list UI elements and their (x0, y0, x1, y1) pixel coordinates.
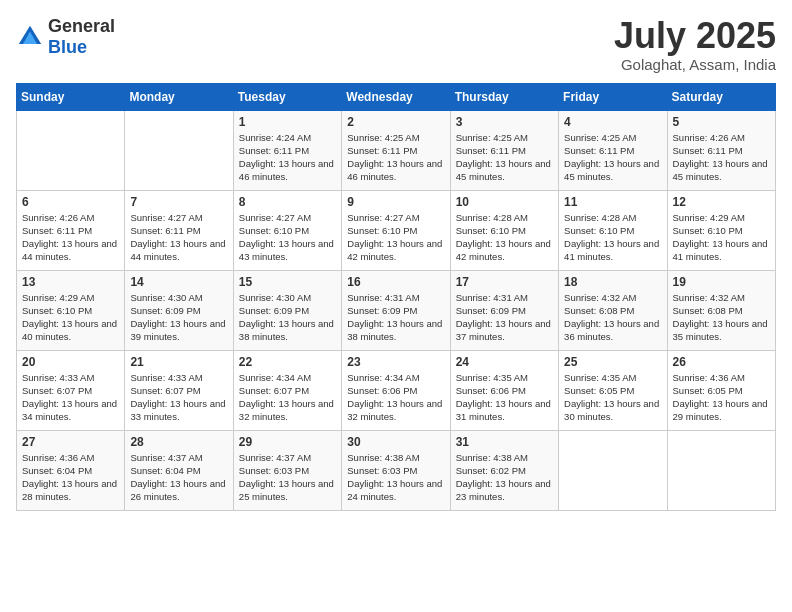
calendar-cell: 25Sunrise: 4:35 AM Sunset: 6:05 PM Dayli… (559, 350, 667, 430)
calendar-cell (559, 430, 667, 510)
calendar-body: 1Sunrise: 4:24 AM Sunset: 6:11 PM Daylig… (17, 110, 776, 510)
calendar-cell: 24Sunrise: 4:35 AM Sunset: 6:06 PM Dayli… (450, 350, 558, 430)
day-info: Sunrise: 4:32 AM Sunset: 6:08 PM Dayligh… (564, 291, 661, 344)
day-info: Sunrise: 4:26 AM Sunset: 6:11 PM Dayligh… (673, 131, 770, 184)
calendar-week-5: 27Sunrise: 4:36 AM Sunset: 6:04 PM Dayli… (17, 430, 776, 510)
day-number: 15 (239, 275, 336, 289)
logo-text-general: General (48, 16, 115, 36)
calendar-cell: 22Sunrise: 4:34 AM Sunset: 6:07 PM Dayli… (233, 350, 341, 430)
day-number: 2 (347, 115, 444, 129)
title-block: July 2025 Golaghat, Assam, India (614, 16, 776, 73)
calendar-cell (667, 430, 775, 510)
calendar-cell: 11Sunrise: 4:28 AM Sunset: 6:10 PM Dayli… (559, 190, 667, 270)
header-friday: Friday (559, 83, 667, 110)
calendar-week-1: 1Sunrise: 4:24 AM Sunset: 6:11 PM Daylig… (17, 110, 776, 190)
day-info: Sunrise: 4:37 AM Sunset: 6:04 PM Dayligh… (130, 451, 227, 504)
day-number: 23 (347, 355, 444, 369)
day-info: Sunrise: 4:38 AM Sunset: 6:03 PM Dayligh… (347, 451, 444, 504)
day-number: 29 (239, 435, 336, 449)
day-info: Sunrise: 4:36 AM Sunset: 6:04 PM Dayligh… (22, 451, 119, 504)
day-number: 24 (456, 355, 553, 369)
day-info: Sunrise: 4:31 AM Sunset: 6:09 PM Dayligh… (456, 291, 553, 344)
calendar-cell: 18Sunrise: 4:32 AM Sunset: 6:08 PM Dayli… (559, 270, 667, 350)
day-info: Sunrise: 4:33 AM Sunset: 6:07 PM Dayligh… (22, 371, 119, 424)
day-number: 21 (130, 355, 227, 369)
day-number: 30 (347, 435, 444, 449)
day-number: 3 (456, 115, 553, 129)
day-number: 10 (456, 195, 553, 209)
day-info: Sunrise: 4:31 AM Sunset: 6:09 PM Dayligh… (347, 291, 444, 344)
calendar-cell: 3Sunrise: 4:25 AM Sunset: 6:11 PM Daylig… (450, 110, 558, 190)
day-number: 27 (22, 435, 119, 449)
day-number: 7 (130, 195, 227, 209)
calendar-cell: 21Sunrise: 4:33 AM Sunset: 6:07 PM Dayli… (125, 350, 233, 430)
day-number: 20 (22, 355, 119, 369)
calendar-cell: 26Sunrise: 4:36 AM Sunset: 6:05 PM Dayli… (667, 350, 775, 430)
day-info: Sunrise: 4:24 AM Sunset: 6:11 PM Dayligh… (239, 131, 336, 184)
day-info: Sunrise: 4:29 AM Sunset: 6:10 PM Dayligh… (673, 211, 770, 264)
day-info: Sunrise: 4:28 AM Sunset: 6:10 PM Dayligh… (456, 211, 553, 264)
day-info: Sunrise: 4:28 AM Sunset: 6:10 PM Dayligh… (564, 211, 661, 264)
day-number: 25 (564, 355, 661, 369)
header-wednesday: Wednesday (342, 83, 450, 110)
day-number: 31 (456, 435, 553, 449)
calendar-cell: 9Sunrise: 4:27 AM Sunset: 6:10 PM Daylig… (342, 190, 450, 270)
calendar-cell: 6Sunrise: 4:26 AM Sunset: 6:11 PM Daylig… (17, 190, 125, 270)
calendar-week-4: 20Sunrise: 4:33 AM Sunset: 6:07 PM Dayli… (17, 350, 776, 430)
day-info: Sunrise: 4:34 AM Sunset: 6:06 PM Dayligh… (347, 371, 444, 424)
calendar-week-2: 6Sunrise: 4:26 AM Sunset: 6:11 PM Daylig… (17, 190, 776, 270)
day-number: 4 (564, 115, 661, 129)
calendar-cell (125, 110, 233, 190)
day-number: 5 (673, 115, 770, 129)
day-info: Sunrise: 4:27 AM Sunset: 6:10 PM Dayligh… (347, 211, 444, 264)
calendar-cell: 28Sunrise: 4:37 AM Sunset: 6:04 PM Dayli… (125, 430, 233, 510)
day-info: Sunrise: 4:25 AM Sunset: 6:11 PM Dayligh… (564, 131, 661, 184)
calendar-cell: 10Sunrise: 4:28 AM Sunset: 6:10 PM Dayli… (450, 190, 558, 270)
day-info: Sunrise: 4:38 AM Sunset: 6:02 PM Dayligh… (456, 451, 553, 504)
calendar-cell: 19Sunrise: 4:32 AM Sunset: 6:08 PM Dayli… (667, 270, 775, 350)
day-info: Sunrise: 4:30 AM Sunset: 6:09 PM Dayligh… (130, 291, 227, 344)
calendar-cell: 20Sunrise: 4:33 AM Sunset: 6:07 PM Dayli… (17, 350, 125, 430)
calendar-cell: 4Sunrise: 4:25 AM Sunset: 6:11 PM Daylig… (559, 110, 667, 190)
day-info: Sunrise: 4:26 AM Sunset: 6:11 PM Dayligh… (22, 211, 119, 264)
header-saturday: Saturday (667, 83, 775, 110)
day-number: 26 (673, 355, 770, 369)
day-number: 14 (130, 275, 227, 289)
day-info: Sunrise: 4:30 AM Sunset: 6:09 PM Dayligh… (239, 291, 336, 344)
header-monday: Monday (125, 83, 233, 110)
calendar-table: SundayMondayTuesdayWednesdayThursdayFrid… (16, 83, 776, 511)
day-number: 19 (673, 275, 770, 289)
day-info: Sunrise: 4:32 AM Sunset: 6:08 PM Dayligh… (673, 291, 770, 344)
calendar-cell: 30Sunrise: 4:38 AM Sunset: 6:03 PM Dayli… (342, 430, 450, 510)
day-number: 1 (239, 115, 336, 129)
calendar-cell: 23Sunrise: 4:34 AM Sunset: 6:06 PM Dayli… (342, 350, 450, 430)
calendar-cell: 13Sunrise: 4:29 AM Sunset: 6:10 PM Dayli… (17, 270, 125, 350)
day-number: 18 (564, 275, 661, 289)
calendar-cell: 31Sunrise: 4:38 AM Sunset: 6:02 PM Dayli… (450, 430, 558, 510)
calendar-cell: 7Sunrise: 4:27 AM Sunset: 6:11 PM Daylig… (125, 190, 233, 270)
day-info: Sunrise: 4:25 AM Sunset: 6:11 PM Dayligh… (456, 131, 553, 184)
day-info: Sunrise: 4:27 AM Sunset: 6:10 PM Dayligh… (239, 211, 336, 264)
calendar-cell: 5Sunrise: 4:26 AM Sunset: 6:11 PM Daylig… (667, 110, 775, 190)
page-header: General Blue July 2025 Golaghat, Assam, … (16, 16, 776, 73)
day-info: Sunrise: 4:34 AM Sunset: 6:07 PM Dayligh… (239, 371, 336, 424)
day-number: 17 (456, 275, 553, 289)
calendar-cell: 1Sunrise: 4:24 AM Sunset: 6:11 PM Daylig… (233, 110, 341, 190)
logo: General Blue (16, 16, 115, 58)
day-number: 13 (22, 275, 119, 289)
day-info: Sunrise: 4:25 AM Sunset: 6:11 PM Dayligh… (347, 131, 444, 184)
calendar-subtitle: Golaghat, Assam, India (614, 56, 776, 73)
header-sunday: Sunday (17, 83, 125, 110)
calendar-cell: 16Sunrise: 4:31 AM Sunset: 6:09 PM Dayli… (342, 270, 450, 350)
day-info: Sunrise: 4:35 AM Sunset: 6:05 PM Dayligh… (564, 371, 661, 424)
day-number: 11 (564, 195, 661, 209)
day-number: 8 (239, 195, 336, 209)
day-info: Sunrise: 4:33 AM Sunset: 6:07 PM Dayligh… (130, 371, 227, 424)
calendar-cell: 15Sunrise: 4:30 AM Sunset: 6:09 PM Dayli… (233, 270, 341, 350)
day-number: 6 (22, 195, 119, 209)
calendar-cell: 12Sunrise: 4:29 AM Sunset: 6:10 PM Dayli… (667, 190, 775, 270)
calendar-cell: 29Sunrise: 4:37 AM Sunset: 6:03 PM Dayli… (233, 430, 341, 510)
calendar-cell: 14Sunrise: 4:30 AM Sunset: 6:09 PM Dayli… (125, 270, 233, 350)
calendar-week-3: 13Sunrise: 4:29 AM Sunset: 6:10 PM Dayli… (17, 270, 776, 350)
calendar-cell: 27Sunrise: 4:36 AM Sunset: 6:04 PM Dayli… (17, 430, 125, 510)
